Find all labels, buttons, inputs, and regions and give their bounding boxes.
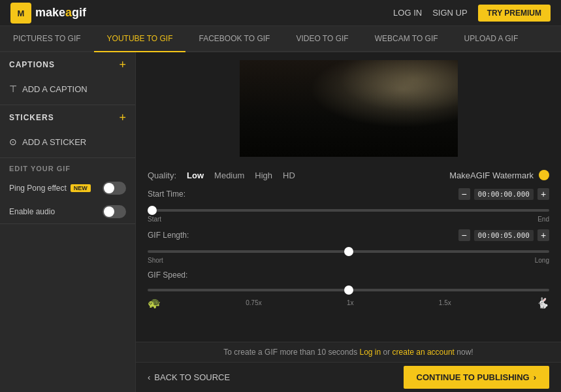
tab-video[interactable]: VIDEO TO GIF <box>283 26 361 52</box>
back-to-source-button[interactable]: ‹ BACK TO SOURCE <box>148 372 230 382</box>
quality-hd[interactable]: HD <box>283 171 295 180</box>
tab-webcam[interactable]: WEBCAM TO GIF <box>362 26 451 52</box>
tab-facebook[interactable]: FACEBOOK TO GIF <box>185 26 283 52</box>
gif-speed-label: GIF Speed: <box>148 270 187 280</box>
edit-section: EDIT YOUR GIF Ping Pong effect NEW Enabl… <box>0 158 135 224</box>
main-layout: CAPTIONS + ⊤ ADD A CAPTION STICKERS + ⊙ … <box>0 52 561 392</box>
login-link[interactable]: LOG IN <box>393 8 422 18</box>
back-chevron-icon: ‹ <box>148 372 150 382</box>
tab-upload[interactable]: UPLOAD A GIF <box>451 26 532 52</box>
slow-turtle-icon: 🐢 <box>148 297 161 309</box>
speed-labels: 🐢 0.75x 1x 1.5x 🐇 <box>148 297 549 309</box>
quality-medium[interactable]: Medium <box>214 171 244 180</box>
start-time-value: 00:00:00.000 <box>474 189 534 200</box>
enable-audio-label-text: Enable audio <box>9 207 55 216</box>
add-sticker-button[interactable]: + <box>119 112 126 123</box>
stickers-label: STICKERS <box>9 113 54 122</box>
gif-length-plus[interactable]: + <box>537 229 549 241</box>
sticker-icon: ⊙ <box>9 137 17 147</box>
logo: M makeagif <box>10 3 86 24</box>
enable-audio-row: Enable audio <box>0 200 135 223</box>
gif-length-labels: Short Long <box>148 257 549 264</box>
add-caption-action[interactable]: ⊤ ADD A CAPTION <box>0 77 135 105</box>
ping-pong-toggle[interactable] <box>103 182 126 195</box>
quality-low[interactable]: Low <box>187 171 204 180</box>
gif-length-control: − 00:00:05.000 + <box>458 229 549 241</box>
signup-link[interactable]: SIGN UP <box>432 8 467 18</box>
quality-high[interactable]: High <box>255 171 272 180</box>
svg-text:M: M <box>18 8 25 18</box>
new-badge: NEW <box>71 184 91 192</box>
gif-speed-slider[interactable] <box>148 289 549 291</box>
gif-length-label: GIF Length: <box>148 231 189 240</box>
preview-image <box>240 60 458 157</box>
edit-label: EDIT YOUR GIF <box>9 165 71 172</box>
start-time-plus[interactable]: + <box>537 188 549 200</box>
fast-rabbit-icon: 🐇 <box>536 297 549 309</box>
caption-icon: ⊤ <box>9 84 17 94</box>
add-captions-button[interactable]: + <box>119 59 126 71</box>
gif-speed-label-row: GIF Speed: <box>148 270 549 280</box>
start-time-labels: Start End <box>148 216 549 223</box>
video-area <box>136 52 561 165</box>
continue-label: CONTINUE TO PUBLISHING <box>417 372 530 382</box>
speed-1x: 1x <box>347 299 354 306</box>
gif-length-slider[interactable] <box>148 250 549 253</box>
add-sticker-action[interactable]: ⊙ ADD A STICKER <box>0 130 135 157</box>
content-area: Quality: Low Medium High HD MakeAGIF Wat… <box>136 52 561 392</box>
start-time-label-row: Start Time: − 00:00:00.000 + <box>148 188 549 200</box>
watermark-label: MakeAGIF Watermark <box>449 171 534 180</box>
quality-label: Quality: <box>148 171 176 180</box>
speed-1-5x: 1.5x <box>439 299 451 306</box>
gif-length-slider-container <box>148 244 549 255</box>
length-label-right: Long <box>535 257 549 264</box>
login-link-notice[interactable]: Log in <box>359 348 381 357</box>
header-nav: LOG IN SIGN UP TRY PREMIUM <box>393 5 551 22</box>
gif-length-group: GIF Length: − 00:00:05.000 + Short Long <box>148 229 549 264</box>
controls-area: Quality: Low Medium High HD MakeAGIF Wat… <box>136 165 561 342</box>
start-label-right: End <box>537 216 549 223</box>
start-time-label: Start Time: <box>148 189 185 199</box>
start-label-left: Start <box>148 216 161 223</box>
enable-audio-toggle[interactable] <box>103 205 126 218</box>
ping-pong-row: Ping Pong effect NEW <box>0 176 135 200</box>
watermark-row: MakeAGIF Watermark <box>449 170 549 180</box>
logo-text: makeagif <box>35 6 86 20</box>
quality-left: Quality: Low Medium High HD <box>148 171 295 180</box>
start-time-slider[interactable] <box>148 209 549 212</box>
create-account-link[interactable]: create an account <box>393 348 455 357</box>
continue-chevron-icon: › <box>534 372 536 382</box>
notice-bar: To create a GIF more than 10 seconds Log… <box>136 342 561 362</box>
edit-section-header: EDIT YOUR GIF <box>0 158 135 176</box>
video-preview <box>240 60 458 157</box>
quality-row: Quality: Low Medium High HD MakeAGIF Wat… <box>148 170 549 180</box>
start-time-slider-container <box>148 203 549 214</box>
captions-section: CAPTIONS + ⊤ ADD A CAPTION <box>0 52 135 105</box>
start-time-control: − 00:00:00.000 + <box>458 188 549 200</box>
notice-text: To create a GIF more than 10 seconds <box>223 348 359 357</box>
stickers-section: STICKERS + ⊙ ADD A STICKER <box>0 105 135 158</box>
tab-youtube[interactable]: YOUTUBE TO GIF <box>94 26 186 52</box>
tabs-bar: PICTURES TO GIF YOUTUBE TO GIF FACEBOOK … <box>0 26 561 52</box>
sidebar: CAPTIONS + ⊤ ADD A CAPTION STICKERS + ⊙ … <box>0 52 136 392</box>
add-sticker-label: ADD A STICKER <box>22 137 86 147</box>
gif-length-minus[interactable]: − <box>458 229 470 241</box>
captions-label: CAPTIONS <box>9 60 55 69</box>
notice-connector: or <box>383 348 393 357</box>
gif-speed-slider-container <box>148 282 549 294</box>
speed-0-75x: 0.75x <box>246 299 261 306</box>
tab-pictures[interactable]: PICTURES TO GIF <box>0 26 94 52</box>
add-caption-label: ADD A CAPTION <box>22 84 88 94</box>
stickers-header: STICKERS + <box>0 105 135 130</box>
gif-length-label-row: GIF Length: − 00:00:05.000 + <box>148 229 549 241</box>
start-time-minus[interactable]: − <box>458 188 470 200</box>
gif-length-value: 00:00:05.000 <box>474 230 534 241</box>
continue-to-publishing-button[interactable]: CONTINUE TO PUBLISHING › <box>404 366 549 389</box>
header: M makeagif LOG IN SIGN UP TRY PREMIUM <box>0 0 561 26</box>
watermark-toggle-dot[interactable] <box>539 170 549 180</box>
gif-speed-group: GIF Speed: 🐢 0.75x 1x 1.5x 🐇 <box>148 270 549 309</box>
ping-pong-label: Ping Pong effect NEW <box>9 184 91 193</box>
try-premium-button[interactable]: TRY PREMIUM <box>478 5 551 22</box>
bottom-bar: ‹ BACK TO SOURCE CONTINUE TO PUBLISHING … <box>136 362 561 392</box>
notice-end: now! <box>457 348 473 357</box>
